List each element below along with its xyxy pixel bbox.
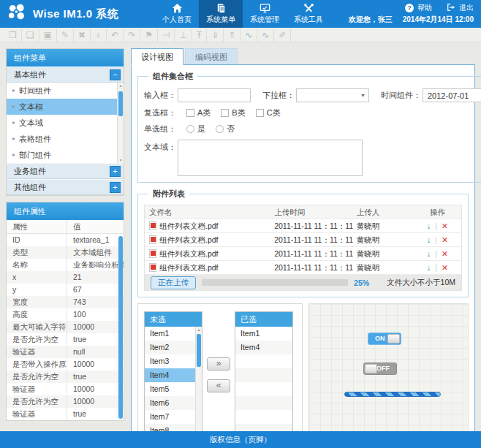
move-right-button[interactable]: » bbox=[207, 357, 230, 371]
date-input[interactable]: 2012-07-01 bbox=[423, 88, 481, 102]
list-item[interactable]: Item4 bbox=[235, 341, 292, 354]
export-doc-icon[interactable]: ⇑ bbox=[224, 29, 240, 42]
table-row[interactable]: IDtextarea_1 bbox=[7, 234, 124, 246]
list-item[interactable]: Item7 bbox=[145, 410, 202, 424]
menu-item-table-component[interactable]: ▸ 表格组件 bbox=[7, 131, 124, 147]
checkbox-a[interactable] bbox=[186, 109, 194, 117]
nav-item-system-admin[interactable]: 系统管理 bbox=[243, 0, 287, 28]
table-row[interactable]: 验证器10000 bbox=[7, 383, 124, 395]
toggle-switch-off[interactable]: OFF bbox=[363, 362, 397, 375]
table-row[interactable]: 是否允许为空10000 bbox=[7, 395, 124, 408]
new-file-icon[interactable]: ❐ bbox=[4, 29, 22, 42]
table-row[interactable]: 是否带入操作原因10000 bbox=[7, 358, 124, 371]
list-item[interactable]: Item1 bbox=[145, 327, 202, 341]
tab-design-view[interactable]: 设计视图 bbox=[131, 48, 183, 65]
file-name[interactable]: 组件列表文档.pdf bbox=[159, 219, 219, 233]
table-row[interactable]: 宽度743 bbox=[7, 296, 124, 308]
uploading-button[interactable]: 正在上传 bbox=[151, 276, 196, 289]
dropdown-select[interactable]: ▼ bbox=[296, 88, 369, 102]
edit-icon[interactable]: ✎ bbox=[57, 29, 74, 42]
list-item[interactable]: Item3 bbox=[145, 354, 202, 368]
file-name[interactable]: 组件列表文档.pdf bbox=[159, 261, 219, 275]
delete-icon[interactable]: ✕ bbox=[442, 233, 448, 247]
menu-item-time-component[interactable]: ▸ 时间组件 bbox=[7, 83, 124, 99]
delete-icon[interactable]: ✕ bbox=[442, 219, 448, 233]
file-name[interactable]: 组件列表文档.pdf bbox=[159, 233, 219, 247]
scrollbar-thumb[interactable] bbox=[118, 91, 123, 116]
redo-icon[interactable]: ↷ bbox=[124, 29, 140, 42]
radio-yes[interactable] bbox=[186, 125, 194, 133]
save-icon[interactable]: ▣ bbox=[39, 29, 57, 42]
download-icon[interactable]: ↓ bbox=[427, 261, 431, 275]
table-row[interactable]: 最大可输入字符数10000 bbox=[7, 321, 124, 333]
scroll-down-icon[interactable]: ▼ bbox=[118, 157, 124, 163]
checkbox-b[interactable] bbox=[221, 109, 229, 117]
delete-icon[interactable]: ✕ bbox=[442, 261, 448, 275]
table-row[interactable]: 高度100 bbox=[7, 308, 124, 321]
accordion-basic-components[interactable]: 基本组件 − bbox=[7, 67, 124, 83]
list-item[interactable]: Item6 bbox=[145, 396, 202, 410]
list-item[interactable]: Item1 bbox=[235, 327, 292, 341]
table-row[interactable]: y67 bbox=[7, 284, 124, 296]
delete-icon[interactable]: ✕ bbox=[442, 247, 448, 261]
table-row[interactable]: 类型文本域组件 bbox=[7, 246, 124, 259]
list-scrollbar[interactable]: ▲ ▼ bbox=[195, 327, 202, 438]
toggle-knob[interactable] bbox=[387, 334, 400, 343]
table-row[interactable]: 是否允许为空true bbox=[7, 333, 124, 346]
nav-item-home[interactable]: 个人首页 bbox=[155, 0, 199, 28]
scrollbar-thumb[interactable] bbox=[197, 334, 201, 367]
flag-icon[interactable]: ⚑ bbox=[140, 29, 158, 42]
logout-link[interactable]: 退出 bbox=[459, 3, 474, 13]
file-name[interactable]: 组件列表文档.pdf bbox=[159, 247, 219, 261]
download-icon[interactable]: ↓ bbox=[427, 247, 431, 261]
text-input[interactable] bbox=[178, 88, 251, 102]
checkbox-c[interactable] bbox=[256, 109, 264, 117]
list-item-selected[interactable]: Item4 bbox=[145, 368, 202, 382]
list-item[interactable]: Item2 bbox=[145, 341, 202, 354]
menu-item-textbox[interactable]: ▸ 文本框 bbox=[7, 99, 124, 115]
toggle-knob[interactable] bbox=[365, 364, 377, 373]
pencil-icon[interactable]: ✐ bbox=[274, 29, 291, 42]
list-item[interactable]: Item5 bbox=[145, 382, 202, 396]
table-row[interactable]: 是否允许为空true bbox=[7, 371, 124, 383]
table-row[interactable]: x21 bbox=[7, 271, 124, 284]
download-icon[interactable]: ↓ bbox=[427, 233, 431, 247]
radio-no[interactable] bbox=[216, 125, 224, 133]
toggle-switch-on[interactable]: ON bbox=[368, 333, 401, 345]
scroll-up-icon[interactable]: ▲ bbox=[118, 83, 124, 88]
scroll-up-icon[interactable]: ▲ bbox=[196, 327, 202, 333]
expand-icon[interactable]: + bbox=[110, 182, 121, 193]
properties-scrollbar-thumb[interactable] bbox=[118, 236, 123, 419]
download-icon[interactable]: ↓ bbox=[427, 219, 431, 233]
textarea-field[interactable] bbox=[178, 140, 363, 176]
menu-item-department-component[interactable]: ▸ 部门组件 bbox=[7, 147, 124, 163]
nav-item-system-tools[interactable]: 系统工具 bbox=[287, 0, 330, 28]
import-doc-icon[interactable]: ⇓ bbox=[207, 29, 224, 42]
move-left-button[interactable]: « bbox=[207, 379, 230, 392]
menu-item-textarea[interactable]: ▸ 文本域 bbox=[7, 115, 124, 131]
text-tool-icon[interactable]: Ŧ bbox=[192, 29, 207, 42]
help-link[interactable]: 帮助 bbox=[417, 3, 432, 13]
table-row[interactable]: 验证器null bbox=[7, 346, 124, 358]
prop-value: 文本域组件 bbox=[67, 246, 124, 259]
accordion-business-components[interactable]: 业务组件 + bbox=[7, 163, 124, 179]
publish-icon[interactable]: ♁ bbox=[91, 29, 107, 42]
nav-item-system-menu[interactable]: 系统菜单 bbox=[199, 0, 243, 28]
properties-table: IDtextarea_1 类型文本域组件 名称业务影响分析说明 x21 y67 … bbox=[7, 234, 124, 420]
accordion-other-components[interactable]: 其他组件 + bbox=[7, 179, 124, 195]
menu-scrollbar[interactable]: ▲ ▼ bbox=[117, 83, 124, 163]
align-left-icon[interactable]: ⊣ bbox=[158, 29, 175, 42]
table-row[interactable]: 验证器true bbox=[7, 408, 124, 420]
help-icon[interactable]: ? bbox=[405, 4, 414, 12]
delete-icon[interactable]: ✖ bbox=[74, 29, 91, 42]
curve-icon[interactable]: ∿ bbox=[240, 29, 257, 42]
action-divider: | bbox=[435, 261, 437, 275]
open-folder-icon[interactable]: ❏ bbox=[22, 29, 39, 42]
table-row[interactable]: 名称业务影响分析说明 bbox=[7, 259, 124, 271]
tab-code-view[interactable]: 编码视图 bbox=[185, 48, 238, 65]
expand-icon[interactable]: + bbox=[110, 166, 121, 177]
curve-alt-icon[interactable]: ∿ bbox=[257, 29, 274, 42]
collapse-icon[interactable]: − bbox=[110, 69, 121, 80]
undo-icon[interactable]: ↶ bbox=[107, 29, 124, 42]
align-bottom-icon[interactable]: ⊥ bbox=[175, 29, 192, 42]
